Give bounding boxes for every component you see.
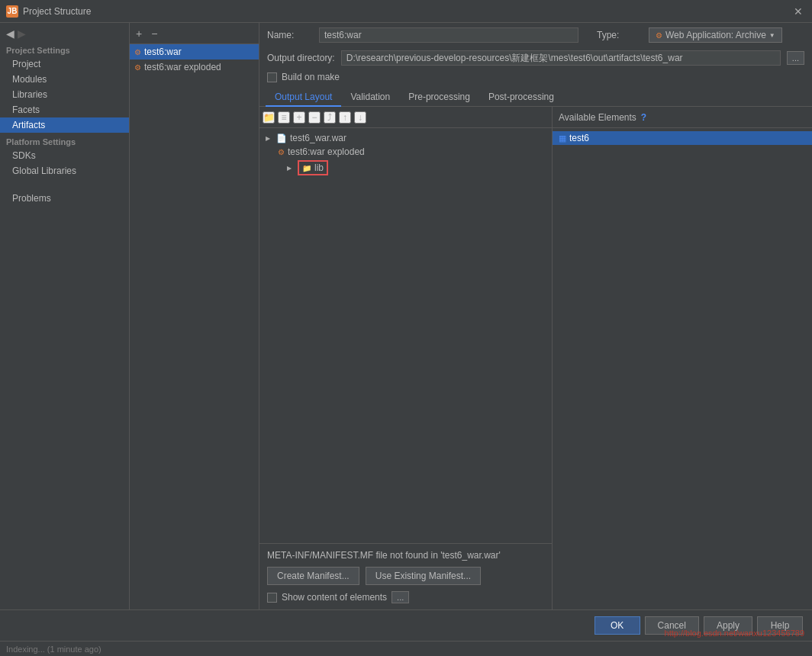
build-on-make-row: Build on make (259, 69, 812, 85)
platform-settings-label: Platform Settings (0, 133, 129, 148)
sidebar: ◀ ▶ Project Settings Project Modules Lib… (0, 23, 130, 609)
available-elements-header: Available Elements ? (553, 107, 812, 128)
output-dir-label: Output directory: (267, 53, 335, 63)
lib-highlighted-box: 📁 lib (298, 160, 328, 175)
sidebar-item-problems[interactable]: Problems (0, 191, 129, 206)
type-value: Web Application: Archive (665, 30, 766, 40)
remove-toolbar-btn[interactable]: − (308, 111, 321, 124)
ok-button[interactable]: OK (594, 616, 640, 635)
watermark: http://blog.esdn.net/wanxu123456789 (665, 629, 804, 638)
output-layout-area: 📁 ≡ + − ⤴ ↑ ↓ ▶ 📄 test6_war.war (259, 107, 812, 609)
sidebar-item-global-libraries[interactable]: Global Libraries (0, 163, 129, 178)
type-icon: ⚙ (656, 31, 662, 40)
sidebar-item-artifacts[interactable]: Artifacts (0, 117, 129, 133)
layout-toolbar: 📁 ≡ + − ⤴ ↑ ↓ (259, 107, 552, 128)
browse-button[interactable]: ... (787, 51, 804, 65)
exploded-icon: ⚙ (278, 148, 285, 156)
manifest-buttons: Create Manifest... Use Existing Manifest… (267, 567, 544, 585)
war-file-icon: 📄 (276, 133, 287, 143)
artifacts-list-panel: + − ⚙ test6:war ⚙ test6:war exploded (130, 23, 259, 609)
tree-label-exploded: test6:war exploded (288, 146, 365, 157)
status-bar: Indexing... (1 minute ago) (0, 641, 812, 656)
tree-item-lib[interactable]: ▶ 📁 lib (259, 159, 552, 177)
list-toolbar-btn[interactable]: ≡ (278, 111, 290, 124)
sidebar-item-sdks[interactable]: SDKs (0, 148, 129, 163)
bottom-area: META-INF/MANIFEST.MF file not found in '… (259, 543, 552, 609)
forward-icon: ▶ (18, 27, 26, 40)
add-toolbar-btn[interactable]: + (293, 111, 305, 124)
available-tree: ▦ test6 (553, 128, 812, 609)
type-label: Type: (597, 30, 643, 40)
show-content-more-button[interactable]: ... (392, 591, 409, 603)
create-manifest-button[interactable]: Create Manifest... (267, 567, 359, 585)
war-exploded-icon: ⚙ (134, 63, 141, 72)
output-dir-row: Output directory: ... (259, 47, 812, 69)
build-on-make-label: Build on make (282, 72, 340, 82)
name-row: Name: Type: ⚙ Web Application: Archive ▼ (259, 23, 812, 47)
tab-validation[interactable]: Validation (341, 88, 399, 107)
artifact-item-war-exploded[interactable]: ⚙ test6:war exploded (130, 59, 259, 75)
window-title: Project Structure (23, 6, 91, 17)
sidebar-nav-back[interactable]: ◀ ▶ (0, 26, 129, 41)
available-elements-panel: Available Elements ? ▦ test6 (553, 107, 812, 609)
up-toolbar-btn[interactable]: ↑ (339, 111, 351, 124)
remove-artifact-button[interactable]: − (148, 27, 160, 40)
type-dropdown[interactable]: ⚙ Web Application: Archive ▼ (649, 27, 782, 43)
name-label: Name: (267, 30, 313, 40)
tree-item-root[interactable]: ▶ 📄 test6_war.war (259, 131, 552, 145)
manifest-warning: META-INF/MANIFEST.MF file not found in '… (267, 550, 544, 561)
folder-toolbar-btn[interactable]: 📁 (263, 111, 275, 124)
artifacts-toolbar: + − (130, 23, 259, 44)
title-bar: JB Project Structure ✕ (0, 0, 812, 23)
tab-pre-processing[interactable]: Pre-processing (399, 88, 479, 107)
available-elements-label: Available Elements (559, 112, 636, 123)
status-text: Indexing... (1 minute ago) (6, 645, 102, 654)
show-content-checkbox[interactable] (267, 593, 277, 603)
show-content-label: Show content of elements (282, 592, 387, 603)
right-panel: Name: Type: ⚙ Web Application: Archive ▼… (259, 23, 812, 609)
sidebar-item-libraries[interactable]: Libraries (0, 87, 129, 102)
close-button[interactable]: ✕ (791, 4, 806, 19)
sidebar-item-facets[interactable]: Facets (0, 102, 129, 117)
use-existing-manifest-button[interactable]: Use Existing Manifest... (366, 567, 481, 585)
lib-folder-icon: 📁 (302, 164, 311, 172)
available-help-icon[interactable]: ? (641, 112, 646, 123)
add-artifact-button[interactable]: + (133, 27, 145, 40)
sidebar-item-modules[interactable]: Modules (0, 72, 129, 87)
tab-output-layout[interactable]: Output Layout (266, 88, 341, 107)
layout-tree: ▶ 📄 test6_war.war ⚙ test6:war exploded ▶ (259, 128, 552, 543)
artifact-label-war-exploded: test6:war exploded (144, 62, 221, 72)
tree-label-lib: lib (314, 162, 324, 173)
tree-expand-icon: ▶ (266, 135, 273, 142)
tree-item-exploded[interactable]: ⚙ test6:war exploded (259, 145, 552, 159)
lib-expand-icon: ▶ (287, 165, 295, 172)
dropdown-arrow-icon: ▼ (769, 32, 775, 39)
tree-label-root: test6_war.war (290, 133, 346, 143)
artifact-label-war: test6:war (144, 47, 182, 57)
tab-post-processing[interactable]: Post-processing (479, 88, 563, 107)
output-path-input[interactable] (341, 50, 781, 66)
available-item-test6[interactable]: ▦ test6 (553, 131, 812, 145)
war-icon: ⚙ (134, 48, 141, 56)
name-input[interactable] (319, 27, 578, 43)
tabs-bar: Output Layout Validation Pre-processing … (259, 88, 812, 107)
app-icon: JB (6, 5, 18, 18)
back-icon: ◀ (6, 27, 14, 40)
show-content-row: Show content of elements ... (267, 591, 544, 603)
down-toolbar-btn[interactable]: ↓ (354, 111, 366, 124)
build-on-make-checkbox[interactable] (267, 72, 277, 82)
project-settings-label: Project Settings (0, 41, 129, 56)
available-label-test6: test6 (569, 133, 589, 143)
layout-tree-panel: 📁 ≡ + − ⤴ ↑ ↓ ▶ 📄 test6_war.war (259, 107, 553, 609)
sidebar-item-project[interactable]: Project (0, 56, 129, 72)
module-icon: ▦ (559, 133, 566, 143)
move-to-toolbar-btn[interactable]: ⤴ (324, 111, 336, 124)
artifact-item-war[interactable]: ⚙ test6:war (130, 44, 259, 59)
